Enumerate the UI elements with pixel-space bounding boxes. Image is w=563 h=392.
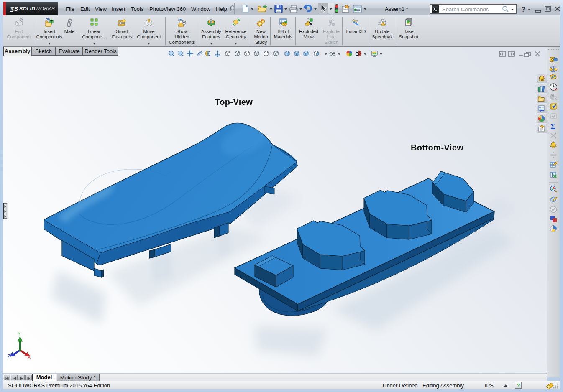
svg-text:!: ! — [383, 23, 384, 25]
svg-text:?: ? — [521, 5, 525, 13]
svg-text:WORKS: WORKS — [35, 6, 55, 12]
svg-text:X: X — [28, 354, 31, 360]
svg-text:Z: Z — [8, 354, 10, 360]
svg-text:SOLID: SOLID — [19, 6, 35, 12]
svg-text:Y: Y — [18, 331, 20, 337]
svg-text:ƷS: ƷS — [10, 5, 18, 12]
svg-text:Σ: Σ — [550, 122, 555, 131]
